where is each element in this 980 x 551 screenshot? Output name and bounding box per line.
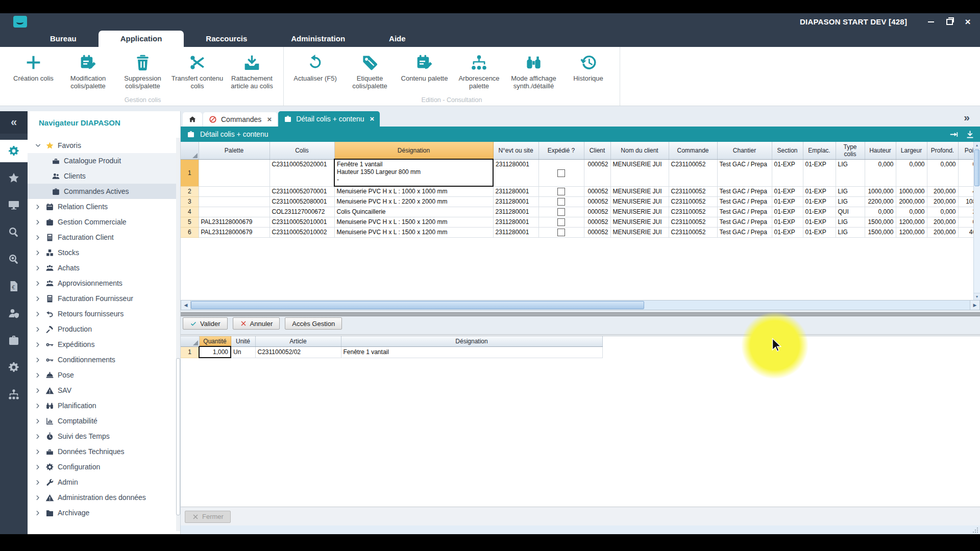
cell-palette[interactable] <box>199 207 270 217</box>
cell-colis[interactable]: C231100052080001 <box>270 196 334 207</box>
cell-palette[interactable]: PAL231128000679 <box>199 227 270 237</box>
vertical-scrollbar[interactable]: ▲ ▼ <box>973 142 980 300</box>
column-header-article[interactable]: Article <box>255 336 341 346</box>
cell-chantier[interactable]: Test GAC / Prepa <box>717 186 772 196</box>
nav-item-catalogue-produit[interactable]: Catalogue Produit <box>28 153 176 168</box>
column-header-nevt[interactable]: N°evt ou site <box>493 142 538 159</box>
cell-largeur[interactable]: 0,000 <box>896 159 927 186</box>
cell-nevt[interactable]: 2311280001 <box>493 159 538 186</box>
nav-item-achats[interactable]: Achats <box>28 260 176 276</box>
cell-nom[interactable]: MENUISERIE JUI <box>610 196 669 207</box>
rail-item-screens[interactable] <box>0 194 28 216</box>
tab-close-icon[interactable]: × <box>267 116 272 123</box>
row-number[interactable]: 3 <box>181 196 199 207</box>
jump-end-icon[interactable] <box>949 130 959 139</box>
expedie-checkbox[interactable] <box>557 169 565 177</box>
cell-article[interactable]: C231100052/02 <box>255 346 341 358</box>
cell-hauteur[interactable]: 1500,000 <box>865 217 896 227</box>
column-header-largeur[interactable]: Largeur <box>896 142 927 159</box>
menu-tab-raccourcis[interactable]: Raccourcis <box>184 31 269 47</box>
cell-emplac[interactable]: 01-EXP <box>803 196 836 207</box>
cell-emplac[interactable]: 01-EXP <box>803 217 836 227</box>
nav-item-donn-es-techniques[interactable]: Données Techniques <box>28 444 176 459</box>
ribbon-button-etiquette-colis-palette[interactable]: Etiquette colis/palette <box>342 51 397 90</box>
cell-section[interactable]: 01-EXP <box>772 186 803 196</box>
table-row[interactable]: 2C231100052070001Menuiserie PVC H x L : … <box>181 186 980 196</box>
ribbon-button-rattachement-article-au-colis[interactable]: Rattachement article au colis <box>225 51 279 90</box>
cell-type[interactable]: LIG <box>836 159 865 186</box>
cell-profond[interactable]: 0,000 <box>927 207 958 217</box>
expedie-checkbox[interactable] <box>557 229 565 236</box>
row-number[interactable]: 4 <box>181 207 199 217</box>
scroll-down-icon[interactable]: ▼ <box>974 293 980 300</box>
nav-item-planification[interactable]: Planification <box>28 398 176 413</box>
rail-item-business[interactable] <box>0 329 28 352</box>
cell-largeur[interactable]: 1200,000 <box>896 217 927 227</box>
cell-client[interactable]: 000052 <box>584 207 610 217</box>
cell-designation[interactable]: Menuiserie PVC H x L : 1000 x 1000 mm <box>334 186 493 196</box>
rail-item-user-security[interactable] <box>0 302 28 324</box>
cell-section[interactable]: 01-EXP <box>772 227 803 237</box>
cell-nom[interactable]: MENUISERIE JUI <box>610 217 669 227</box>
cell-palette[interactable]: PAL231128000679 <box>199 217 270 227</box>
ribbon-button-arborescence-palette[interactable]: Arborescence palette <box>452 51 506 90</box>
row-number[interactable]: 6 <box>181 227 199 237</box>
cell-commande[interactable]: C231100052 <box>669 196 717 207</box>
horizontal-scrollbar[interactable]: ◀ ▶ <box>181 300 980 310</box>
cell-expedie[interactable] <box>538 196 584 207</box>
rail-item-billing[interactable]: € <box>0 275 28 297</box>
cell-nevt[interactable]: 2311280001 <box>493 196 538 207</box>
nav-item-facturation-fournisseur[interactable]: Facturation Fournisseur <box>28 291 176 306</box>
cell-expedie[interactable] <box>538 159 584 186</box>
column-header-emplac[interactable]: Emplac. <box>803 142 836 159</box>
cell-hauteur[interactable]: 0,000 <box>865 207 896 217</box>
ribbon-button-modification-colis-palette[interactable]: Modification colis/palette <box>61 51 115 90</box>
rail-item-search[interactable] <box>0 221 28 243</box>
cell-profond[interactable]: 200,000 <box>927 186 958 196</box>
column-header-section[interactable]: Section <box>772 142 803 159</box>
column-header-num[interactable] <box>181 336 199 346</box>
column-header-designation[interactable]: Désignation <box>334 142 493 159</box>
table-row[interactable]: 3C231100052080001Menuiserie PVC H x L : … <box>181 196 980 207</box>
row-number[interactable]: 1 <box>181 159 199 186</box>
table-row[interactable]: 6PAL231128000679C231100052010002Menuiser… <box>181 227 980 237</box>
fermer-button[interactable]: Fermer <box>185 511 231 523</box>
column-header-quantite[interactable]: Quantité <box>199 336 231 346</box>
nav-item-admin[interactable]: Admin <box>28 474 176 490</box>
cell-expedie[interactable] <box>538 207 584 217</box>
cell-chantier[interactable]: Test GAC / Prepa <box>717 196 772 207</box>
cell-nevt[interactable]: 2311280001 <box>493 207 538 217</box>
table-row[interactable]: 1C231100052020001Fenêtre 1 vantail Haute… <box>181 159 980 186</box>
table-row[interactable]: 11,000UnC231100052/02Fenêtre 1 vantail <box>181 346 602 358</box>
cell-profond[interactable]: 200,000 <box>927 196 958 207</box>
cell-chantier[interactable]: Test GAC / Prepa <box>717 217 772 227</box>
column-header-expedie[interactable]: Expédié ? <box>538 142 584 159</box>
cell-hauteur[interactable]: 2200,000 <box>865 196 896 207</box>
cell-client[interactable]: 000052 <box>584 159 610 186</box>
nav-item-pose[interactable]: Pose <box>28 367 176 383</box>
cell-palette[interactable] <box>199 186 270 196</box>
nav-item-approvisionnements[interactable]: Approvisionnements <box>28 276 176 291</box>
nav-item-stocks[interactable]: Stocks <box>28 245 176 260</box>
cell-nom[interactable]: MENUISERIE JUI <box>610 186 669 196</box>
nav-item-facturation-client[interactable]: Facturation Client <box>28 230 176 245</box>
menu-tab-aide[interactable]: Aide <box>367 31 428 47</box>
cell-colis[interactable]: COL231127000672 <box>270 207 334 217</box>
cell-profond[interactable]: 200,000 <box>927 217 958 227</box>
cell-section[interactable]: 01-EXP <box>772 159 803 186</box>
cell-type[interactable]: QUI <box>836 207 865 217</box>
nav-item-suivi-des-temps[interactable]: Suivi des Temps <box>28 429 176 444</box>
scroll-left-icon[interactable]: ◀ <box>181 300 191 310</box>
cell-colis[interactable]: C231100052010002 <box>270 227 334 237</box>
cell-commande[interactable]: C231100052 <box>669 159 717 186</box>
nav-item-sav[interactable]: SAV <box>28 383 176 398</box>
restore-button[interactable] <box>945 18 953 26</box>
cell-expedie[interactable] <box>538 186 584 196</box>
column-header-commande[interactable]: Commande <box>669 142 717 159</box>
cell-type[interactable]: LIG <box>836 227 865 237</box>
cell-nevt[interactable]: 2311280001 <box>493 227 538 237</box>
cell-client[interactable]: 000052 <box>584 227 610 237</box>
nav-item-archivage[interactable]: Archivage <box>28 505 176 520</box>
cell-expedie[interactable] <box>538 217 584 227</box>
menu-tab-administration[interactable]: Administration <box>269 31 367 47</box>
